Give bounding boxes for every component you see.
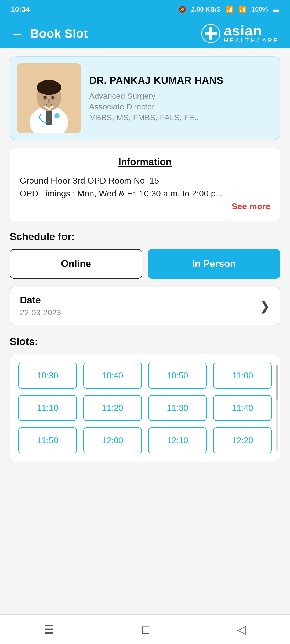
slot-button-1220[interactable]: 12:20 [213, 427, 272, 453]
date-value: 22-03-2023 [20, 308, 61, 317]
chevron-right-icon: ❯ [259, 298, 270, 313]
brand-healthcare-text: HEALTHCARE [224, 38, 279, 43]
information-line1: Ground Floor 3rd OPD Room No. 15 OPD Tim… [20, 174, 270, 200]
doctor-qualifications: MBBS, MS, FMBS, FALS, FE... [89, 113, 273, 122]
main-content: DR. PANKAJ KUMAR HANS Advanced Surgery A… [0, 48, 290, 470]
schedule-toggle: Online In Person [10, 249, 280, 279]
status-bar: 10:34 🔕 2.00 KB/S 📶 📶 100% ▬ [0, 0, 290, 19]
schedule-label: Schedule for: [10, 231, 280, 243]
scroll-indicator [276, 365, 278, 451]
doctor-position: Associate Director [89, 102, 273, 111]
doctor-info: DR. PANKAJ KUMAR HANS Advanced Surgery A… [89, 74, 273, 122]
slot-button-1100[interactable]: 11:00 [213, 363, 272, 389]
online-button[interactable]: Online [10, 249, 142, 279]
slot-button-1130[interactable]: 11:30 [148, 395, 207, 421]
slot-button-1150[interactable]: 11:50 [18, 427, 77, 453]
svg-point-11 [44, 96, 46, 99]
slots-container: 10:3010:4010:5011:0011:1011:2011:3011:40… [10, 354, 280, 462]
app-bar: ← Book Slot asian HEALTHCARE [0, 19, 290, 48]
in-person-button[interactable]: In Person [148, 249, 280, 279]
slot-button-1040[interactable]: 10:40 [83, 363, 142, 389]
information-box: Information Ground Floor 3rd OPD Room No… [10, 148, 280, 221]
slot-button-1110[interactable]: 11:10 [18, 395, 77, 421]
doctor-photo [17, 63, 81, 133]
slot-button-1210[interactable]: 12:10 [148, 427, 207, 453]
status-time: 10:34 [11, 5, 30, 14]
brand-asian-text: asian [224, 24, 279, 38]
date-info: Date 22-03-2023 [20, 295, 61, 317]
home-icon[interactable]: □ [142, 623, 149, 636]
speed-indicator: 2.00 KB/S [191, 6, 221, 13]
brand-cross-icon [201, 24, 220, 43]
app-bar-left: ← Book Slot [11, 26, 88, 41]
date-label: Date [20, 295, 61, 306]
doctor-card: DR. PANKAJ KUMAR HANS Advanced Surgery A… [10, 56, 280, 140]
back-button[interactable]: ← [11, 26, 24, 41]
brand-name-container: asian HEALTHCARE [224, 24, 279, 43]
menu-icon[interactable]: ☰ [44, 623, 54, 636]
bell-icon: 🔕 [178, 6, 186, 13]
slot-button-1140[interactable]: 11:40 [213, 395, 272, 421]
brand-logo: asian HEALTHCARE [201, 24, 279, 43]
doctor-figure-svg [22, 69, 76, 133]
date-selector[interactable]: Date 22-03-2023 ❯ [10, 287, 280, 325]
scroll-thumb [276, 365, 278, 400]
slot-button-1120[interactable]: 11:20 [83, 395, 142, 421]
doctor-name: DR. PANKAJ KUMAR HANS [89, 74, 273, 87]
slot-button-1200[interactable]: 12:00 [83, 427, 142, 453]
status-icons: 🔕 2.00 KB/S 📶 📶 100% ▬ [178, 6, 279, 13]
wifi-icon: 📶 [226, 6, 234, 13]
svg-point-8 [37, 80, 61, 95]
slots-label: Slots: [10, 336, 280, 347]
doctor-specialty: Advanced Surgery [89, 92, 273, 101]
back-nav-icon[interactable]: ◁ [237, 623, 246, 636]
page-title: Book Slot [30, 26, 88, 41]
svg-point-13 [48, 99, 50, 103]
battery-percent: 100% [252, 6, 268, 13]
slots-grid: 10:3010:4010:5011:0011:1011:2011:3011:40… [18, 363, 272, 453]
bottom-navigation: ☰ □ ◁ [0, 614, 290, 644]
svg-point-12 [52, 96, 54, 99]
see-more-button[interactable]: See more [232, 202, 270, 211]
information-title: Information [20, 156, 270, 168]
svg-rect-2 [205, 32, 217, 35]
svg-point-15 [54, 113, 60, 118]
information-footer: See more [20, 202, 270, 211]
slot-button-1050[interactable]: 10:50 [148, 363, 207, 389]
slot-button-1030[interactable]: 10:30 [18, 363, 77, 389]
signal-icon: 📶 [239, 6, 247, 13]
battery-icon: ▬ [273, 6, 279, 13]
